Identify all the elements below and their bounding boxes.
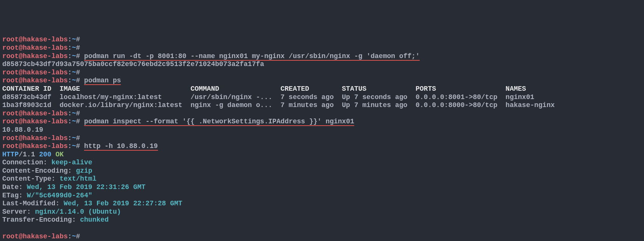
- ps-row: d85873cb43df localhost/my-nginx:latest /…: [2, 93, 534, 101]
- http-header-value: chunked: [80, 216, 109, 224]
- command-text: podman ps: [84, 77, 121, 85]
- command-text: podman run -dt -p 8001:80 --name nginx01…: [84, 52, 420, 61]
- http-version: 1.1: [23, 151, 39, 158]
- http-header-key: Transfer-Encoding:: [2, 216, 80, 224]
- shell-prompt: root@hakase-labs:~#: [2, 77, 80, 84]
- shell-prompt: root@hakase-labs:~#: [2, 36, 80, 43]
- terminal-line: root@hakase-labs:~# http -h 10.88.0.19: [2, 142, 642, 151]
- terminal-line: root@hakase-labs:~#: [2, 233, 642, 241]
- terminal-line: Connection: keep-alive: [2, 159, 642, 167]
- http-header-key: Last-Modified:: [2, 200, 64, 207]
- ps-row: 1ba3f8903c1d docker.io/library/nginx:lat…: [2, 101, 555, 109]
- http-header-key: Content-Type:: [2, 175, 59, 183]
- terminal-line: Transfer-Encoding: chunked: [2, 216, 642, 224]
- shell-prompt: root@hakase-labs:~#: [2, 134, 80, 142]
- http-status-text: OK: [55, 151, 64, 158]
- terminal-line: root@hakase-labs:~#: [2, 110, 642, 118]
- ip-output: 10.88.0.19: [2, 126, 43, 134]
- http-status-code: 200: [39, 151, 55, 158]
- terminal-line: [2, 224, 642, 233]
- command-text: podman inspect --format '{{ .NetworkSett…: [84, 118, 354, 126]
- shell-prompt: root@hakase-labs:~#: [2, 110, 80, 117]
- terminal-line: root@hakase-labs:~#: [2, 44, 642, 52]
- terminal-line: root@hakase-labs:~# podman run -dt -p 80…: [2, 52, 642, 61]
- http-header-value: Wed, 13 Feb 2019 22:31:26 GMT: [27, 183, 145, 191]
- terminal-line: Content-Encoding: gzip: [2, 167, 642, 175]
- terminal-line: Date: Wed, 13 Feb 2019 22:31:26 GMT: [2, 183, 642, 192]
- terminal-line: CONTAINER ID IMAGE COMMAND CREATED STATU…: [2, 85, 642, 93]
- terminal-line: root@hakase-labs:~# podman ps: [2, 77, 642, 85]
- http-header-key: ETag:: [2, 192, 27, 199]
- shell-prompt: root@hakase-labs:~#: [2, 118, 80, 125]
- command-text: http -h 10.88.0.19: [84, 142, 158, 151]
- terminal[interactable]: root@hakase-labs:~#root@hakase-labs:~#ro…: [2, 36, 642, 241]
- shell-prompt: root@hakase-labs:~#: [2, 52, 80, 60]
- terminal-line: Last-Modified: Wed, 13 Feb 2019 22:27:28…: [2, 200, 642, 208]
- http-header-value: keep-alive: [52, 159, 92, 166]
- http-header-key: Connection:: [2, 159, 52, 166]
- terminal-line: root@hakase-labs:~#: [2, 134, 642, 143]
- http-header-key: Content-Encoding:: [2, 167, 76, 175]
- terminal-line: HTTP/1.1 200 OK: [2, 151, 642, 159]
- terminal-line: root@hakase-labs:~#: [2, 69, 642, 77]
- http-header-value: nginx/1.14.0 (Ubuntu): [35, 208, 121, 216]
- terminal-line: d85873cb43df localhost/my-nginx:latest /…: [2, 93, 642, 102]
- shell-prompt: root@hakase-labs:~#: [2, 233, 80, 240]
- http-header-key: Date:: [2, 183, 27, 191]
- terminal-line: d85873cb43df7d93a75075ba0ccf82e9c76ebd2c…: [2, 60, 642, 69]
- http-header-value: gzip: [76, 167, 92, 175]
- terminal-line: 1ba3f8903c1d docker.io/library/nginx:lat…: [2, 101, 642, 110]
- shell-prompt: root@hakase-labs:~#: [2, 44, 80, 52]
- shell-prompt: root@hakase-labs:~#: [2, 69, 80, 76]
- http-proto: HTTP: [2, 151, 19, 158]
- terminal-line: 10.88.0.19: [2, 126, 642, 134]
- http-header-value: W/"5c6499d0-264": [27, 192, 92, 199]
- http-header-value: text/html: [59, 175, 96, 183]
- terminal-line: Server: nginx/1.14.0 (Ubuntu): [2, 208, 642, 216]
- terminal-line: Content-Type: text/html: [2, 175, 642, 183]
- container-hash: d85873cb43df7d93a75075ba0ccf82e9c76ebd2c…: [2, 60, 264, 68]
- terminal-line: ETag: W/"5c6499d0-264": [2, 192, 642, 200]
- http-header-value: Wed, 13 Feb 2019 22:27:28 GMT: [64, 200, 182, 207]
- shell-prompt: root@hakase-labs:~#: [2, 142, 80, 150]
- ps-header: CONTAINER ID IMAGE COMMAND CREATED STATU…: [2, 85, 526, 93]
- terminal-line: root@hakase-labs:~#: [2, 36, 642, 44]
- terminal-line: root@hakase-labs:~# podman inspect --for…: [2, 118, 642, 126]
- http-header-key: Server:: [2, 208, 35, 216]
